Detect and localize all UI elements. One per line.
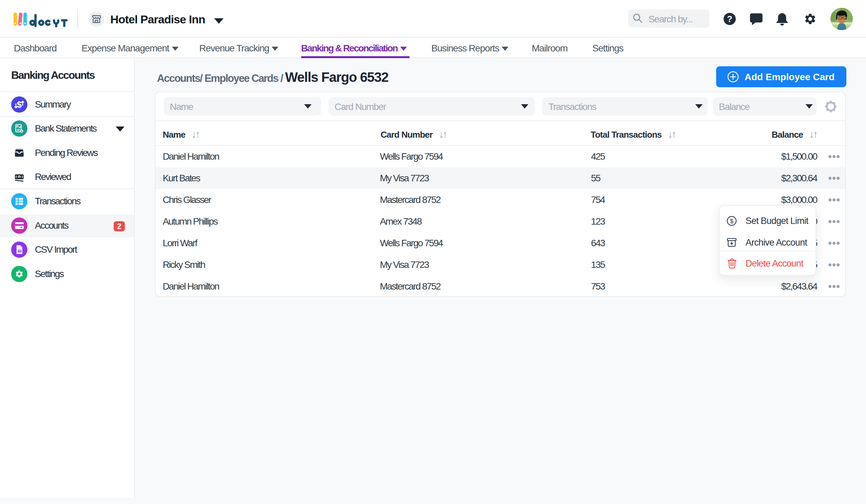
svg-text:$: $ — [17, 99, 22, 110]
svg-text:CSV: CSV — [17, 250, 22, 252]
svg-text:$: $ — [19, 176, 20, 179]
svg-text:$: $ — [21, 130, 22, 133]
svg-text:$: $ — [730, 218, 733, 225]
